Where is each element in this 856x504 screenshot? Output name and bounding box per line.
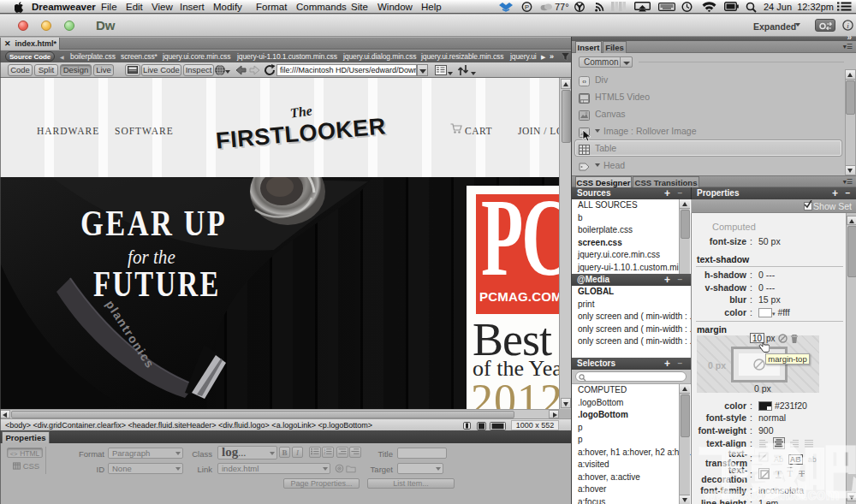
svg-text:i: i: [847, 21, 849, 30]
svg-text:P: P: [525, 3, 529, 11]
svg-text:‹›: ‹›: [582, 79, 586, 85]
svg-text:2: 2: [324, 451, 326, 455]
